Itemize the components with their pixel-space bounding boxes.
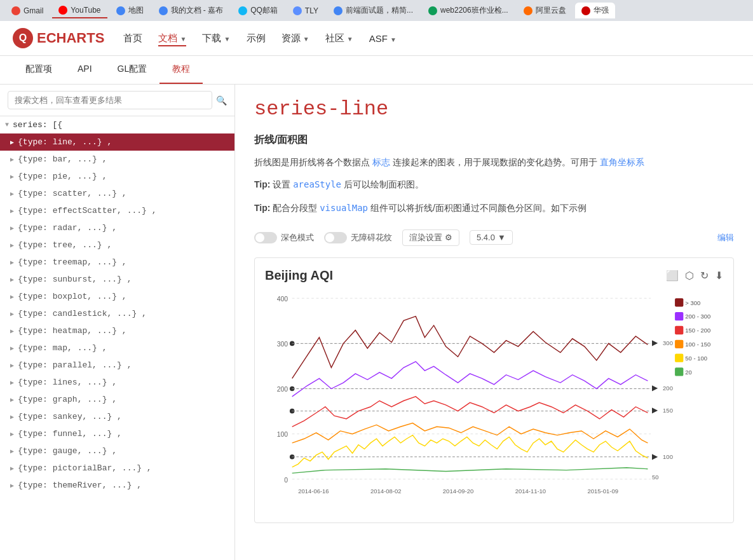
sidebar-item-sankey[interactable]: ▶ {type: sankey, ...} , [0, 408, 234, 425]
chevron-icon-18: ▶ [10, 447, 14, 455]
search-button[interactable]: 🔍 [216, 95, 227, 106]
tab-front-label: 前端面试题，精简... [346, 5, 413, 16]
nav-resources[interactable]: 资源 ▼ [282, 32, 309, 44]
svg-text:2014-09-20: 2014-09-20 [443, 487, 473, 494]
chevron-right-icon: ▶ [10, 139, 14, 146]
sidebar-parent-label: series: [{ [13, 120, 62, 130]
description-link-mark[interactable]: 标志 [372, 157, 390, 167]
page-title: series-line [254, 97, 734, 121]
tab-youtube[interactable]: YouTube [52, 3, 107, 18]
svg-text:400: 400 [277, 296, 288, 303]
subnav-api-link[interactable]: API [65, 56, 105, 81]
qq-icon [238, 6, 247, 15]
dark-mode-toggle[interactable] [254, 232, 277, 243]
sidebar-item-lines[interactable]: ▶ {type: lines, ...} , [0, 374, 234, 391]
sidebar-item-treemap[interactable]: ▶ {type: treemap, ...} , [0, 254, 234, 271]
sidebar-item-heatmap[interactable]: ▶ {type: heatmap, ...} , [0, 322, 234, 339]
subnav-tutorial[interactable]: 教程 [159, 56, 203, 84]
logo[interactable]: Q ECHARTS [13, 28, 104, 48]
sidebar-item-label-7: {type: treemap, ...} , [18, 257, 127, 267]
nav-examples[interactable]: 示例 [247, 32, 266, 44]
tab-front[interactable]: 前端面试题，精简... [327, 3, 419, 18]
chart-action-refresh[interactable]: ↻ [700, 270, 709, 282]
chart-header: Beijing AQI ⬜ ⬡ ↻ ⬇ [265, 268, 723, 283]
nav-asf-link[interactable]: ASF ▼ [369, 33, 397, 44]
tab-maps[interactable]: 地图 [110, 3, 150, 18]
subnav-api[interactable]: API [65, 56, 105, 84]
nav-docs-link[interactable]: 文档 ▼ [158, 32, 186, 46]
sidebar-item-radar[interactable]: ▶ {type: radar, ...} , [0, 219, 234, 236]
tab-docs[interactable]: 我的文档 - 嘉布 [153, 3, 230, 18]
gear-icon: ⚙ [445, 233, 452, 242]
subnav-config-link[interactable]: 配置项 [13, 56, 65, 83]
sidebar-item-effectscatter[interactable]: ▶ {type: effectScatter, ...} , [0, 202, 234, 219]
subnav-config[interactable]: 配置项 [13, 56, 65, 84]
tab-web[interactable]: web2206班作业检... [422, 3, 515, 18]
sidebar-item-parallel[interactable]: ▶ {type: parallel, ...} , [0, 357, 234, 374]
version-select[interactable]: 5.4.0 ▼ [470, 230, 513, 245]
chart-action-restore[interactable]: ⬜ [666, 270, 679, 282]
sidebar-item-line[interactable]: ▶ {type: line, ...} , [0, 133, 234, 151]
sidebar-item-label-15: {type: graph, ...} , [18, 395, 117, 404]
sidebar-item-candlestick[interactable]: ▶ {type: candlestick, ...} , [0, 305, 234, 322]
nav-download-link[interactable]: 下载 ▼ [202, 32, 230, 43]
subnav-gl-link[interactable]: GL配置 [105, 56, 160, 83]
render-settings-button[interactable]: 渲染设置 ⚙ [402, 229, 459, 246]
main-nav: Q ECHARTS 首页 文档 ▼ 下载 ▼ 示例 资源 ▼ 社区 ▼ ASF … [0, 21, 753, 56]
chart-action-dataview[interactable]: ⬡ [685, 270, 694, 282]
nav-download[interactable]: 下载 ▼ [202, 32, 230, 44]
description-link-cartesian[interactable]: 直角坐标系 [600, 157, 644, 167]
nav-docs[interactable]: 文档 ▼ [158, 32, 186, 44]
sub-nav-tabs: 配置项 API GL配置 教程 [13, 56, 203, 84]
sidebar-item-graph[interactable]: ▶ {type: graph, ...} , [0, 391, 234, 408]
subnav-gl[interactable]: GL配置 [105, 56, 160, 84]
chevron-icon-13: ▶ [10, 362, 14, 369]
nav-examples-link[interactable]: 示例 [247, 32, 266, 43]
sidebar-item-funnel[interactable]: ▶ {type: funnel, ...} , [0, 425, 234, 442]
sidebar-item-gauge[interactable]: ▶ {type: gauge, ...} , [0, 442, 234, 460]
sidebar-item-label-10: {type: candlestick, ...} , [18, 309, 147, 318]
nav-community-link[interactable]: 社区 ▼ [325, 32, 353, 43]
sidebar: 🔍 ▼ series: [{ ▶ {type: line, ...} , ▶ {… [0, 85, 235, 560]
aliyun-icon [524, 6, 533, 15]
chevron-icon-12: ▶ [10, 345, 14, 352]
chart-action-download[interactable]: ⬇ [715, 270, 723, 282]
sidebar-item-sunburst[interactable]: ▶ {type: sunburst, ...} , [0, 271, 234, 288]
tab-qq[interactable]: QQ邮箱 [232, 3, 284, 18]
nav-resources-link[interactable]: 资源 ▼ [282, 32, 309, 43]
sidebar-item-map[interactable]: ▶ {type: map, ...} , [0, 339, 234, 357]
sidebar-parent-series[interactable]: ▼ series: [{ [0, 116, 234, 133]
tip2-link[interactable]: visualMap [320, 203, 368, 213]
search-input[interactable] [8, 91, 212, 109]
sidebar-item-label-2: {type: pie, ...} , [18, 172, 107, 181]
chevron-icon-4: ▶ [10, 207, 14, 215]
sidebar-item-scatter[interactable]: ▶ {type: scatter, ...} , [0, 185, 234, 202]
sidebar-item-themeriver[interactable]: ▶ {type: themeRiver, ...} , [0, 477, 234, 494]
sidebar-item-label-20: {type: themeRiver, ...} , [18, 481, 142, 490]
sidebar-item-pictorialbar[interactable]: ▶ {type: pictorialBar, ...} , [0, 460, 234, 477]
sidebar-item-label-4: {type: effectScatter, ...} , [18, 206, 156, 215]
sidebar-item-boxplot[interactable]: ▶ {type: boxplot, ...} , [0, 288, 234, 305]
tab-hua[interactable]: 华强 [575, 3, 615, 18]
render-settings-label: 渲染设置 [409, 232, 442, 243]
svg-text:▶: ▶ [652, 338, 658, 347]
sidebar-item-tree[interactable]: ▶ {type: tree, ...} , [0, 236, 234, 254]
nav-community[interactable]: 社区 ▼ [325, 32, 353, 44]
sidebar-item-bar[interactable]: ▶ {type: bar, ...} , [0, 151, 234, 168]
tab-gmail[interactable]: Gmail [5, 4, 50, 18]
tab-aliyun[interactable]: 阿里云盘 [517, 3, 573, 18]
nav-home[interactable]: 首页 [123, 32, 142, 44]
nav-home-link[interactable]: 首页 [123, 32, 142, 43]
tip1-link[interactable]: areaStyle [293, 179, 341, 189]
sidebar-item-label-6: {type: tree, ...} , [18, 240, 112, 250]
subnav-tutorial-link[interactable]: 教程 [159, 56, 203, 84]
chevron-icon-3: ▶ [10, 190, 14, 198]
youtube-icon [58, 6, 67, 15]
tab-tly[interactable]: TLY [287, 4, 325, 18]
accessibility-toggle[interactable] [324, 232, 347, 243]
nav-resources-arrow: ▼ [303, 36, 309, 43]
sidebar-item-pie[interactable]: ▶ {type: pie, ...} , [0, 168, 234, 185]
edit-button[interactable]: 编辑 [717, 232, 734, 243]
chart-svg-wrapper: 400 300 200 100 0 [265, 289, 723, 512]
nav-asf[interactable]: ASF ▼ [369, 33, 397, 44]
